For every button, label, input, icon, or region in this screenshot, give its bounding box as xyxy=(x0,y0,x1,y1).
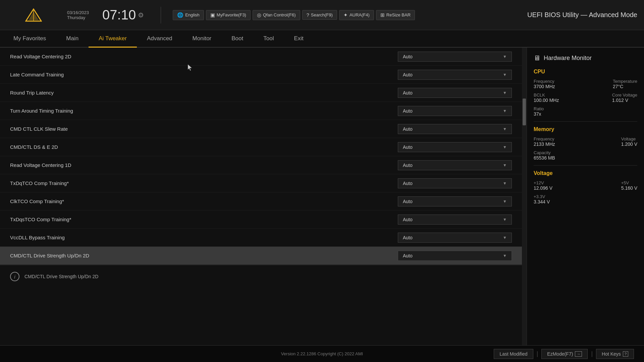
setting-name-read-voltage-centering-2d: Read Voltage Centering 2D xyxy=(10,54,71,59)
bclk-label: BCLK xyxy=(534,93,559,98)
ez-mode-icon: → xyxy=(575,351,582,357)
scrollbar-thumb[interactable] xyxy=(523,99,526,125)
setting-name-cmd-ctl-clk-slew-rate: CMD CTL CLK Slew Rate xyxy=(10,126,68,132)
setting-name-vccdll-bypass-training: VccDLL Bypass Training xyxy=(10,235,65,240)
setting-row-turn-around-timing-training[interactable]: Turn Around Timing Training Auto ▼ xyxy=(0,102,522,120)
cpu-section-title: CPU xyxy=(534,69,637,75)
v33-label: +3.3V xyxy=(534,194,550,199)
top-toolbar: 🌐 English ▣ MyFavorite(F3) ◎ Qfan Contro… xyxy=(173,10,415,20)
language-button[interactable]: 🌐 English xyxy=(173,10,204,20)
navigation: My Favorites Main Ai Tweaker Advanced Mo… xyxy=(0,30,644,48)
info-icon: i xyxy=(10,272,19,281)
v12-label: +12V xyxy=(534,180,552,185)
mem-voltage-label: Voltage xyxy=(621,136,637,141)
fan-icon: ◎ xyxy=(257,12,261,18)
language-icon: 🌐 xyxy=(177,12,183,18)
cpu-temperature-value: 27°C xyxy=(613,84,637,89)
dropdown-value-cmd-ctl-clk-slew-rate: Auto xyxy=(403,126,413,132)
scrollbar[interactable] xyxy=(522,48,527,345)
dropdown-value-txdqtco-comp-training: Auto xyxy=(403,181,413,186)
setting-row-cmd-ctl-ds-e-2d[interactable]: CMD/CTL DS & E 2D Auto ▼ xyxy=(0,138,522,156)
nav-boot[interactable]: Boot xyxy=(221,30,253,48)
setting-name-cmd-ctl-drive-strength-2d: CMD/CTL Drive Strength Up/Dn 2D xyxy=(10,253,89,258)
dropdown-arrow-cmd-ctl-clk-slew-rate: ▼ xyxy=(503,127,507,131)
setting-row-txdqtco-comp-training[interactable]: TxDqTCO Comp Training* Auto ▼ xyxy=(0,174,522,192)
nav-ai-tweaker[interactable]: Ai Tweaker xyxy=(89,30,137,48)
nav-monitor[interactable]: Monitor xyxy=(182,30,222,48)
setting-dropdown-read-voltage-centering-1d[interactable]: Auto ▼ xyxy=(398,160,512,170)
setting-dropdown-read-voltage-centering-2d[interactable]: Auto ▼ xyxy=(398,52,512,62)
aura-icon: ✦ xyxy=(343,12,348,18)
hot-keys-label: Hot Keys xyxy=(602,351,621,357)
nav-tool[interactable]: Tool xyxy=(253,30,284,48)
setting-dropdown-txdqtco-comp-training[interactable]: Auto ▼ xyxy=(398,178,512,188)
aura-button[interactable]: ✦ AURA(F4) xyxy=(339,10,374,20)
ez-mode-label: EzMode(F7) xyxy=(547,351,573,357)
dropdown-value-late-command-training: Auto xyxy=(403,72,413,77)
hardware-monitor-label: Hardware Monitor xyxy=(544,55,592,62)
setting-name-txdqstco-comp-training: TxDqsTCO Comp Training* xyxy=(10,217,71,222)
setting-dropdown-cmd-ctl-ds-e-2d[interactable]: Auto ▼ xyxy=(398,142,512,152)
header: 03/16/2023 Thursday 07:10 ⚙ 🌐 English ▣ … xyxy=(0,0,644,30)
setting-row-cmd-ctl-drive-strength-2d[interactable]: CMD/CTL Drive Strength Up/Dn 2D Auto ▼ xyxy=(0,247,522,265)
setting-dropdown-clktco-comp-training[interactable]: Auto ▼ xyxy=(398,196,512,206)
setting-dropdown-turn-around-timing-training[interactable]: Auto ▼ xyxy=(398,106,512,116)
setting-row-round-trip-latency[interactable]: Round Trip Latency Auto ▼ xyxy=(0,84,522,102)
setting-row-read-voltage-centering-1d[interactable]: Read Voltage Centering 1D Auto ▼ xyxy=(0,156,522,174)
resizebar-button[interactable]: ⊞ ReSize BAR xyxy=(376,10,415,20)
logo-area xyxy=(7,8,60,22)
setting-dropdown-round-trip-latency[interactable]: Auto ▼ xyxy=(398,88,512,98)
ez-mode-button[interactable]: EzMode(F7) → xyxy=(541,349,588,359)
hardware-monitor-title: 🖥 Hardware Monitor xyxy=(534,54,637,62)
setting-name-txdqtco-comp-training: TxDqTCO Comp Training* xyxy=(10,180,69,186)
resizebar-label: ReSize BAR xyxy=(386,12,411,17)
cpu-bclk-row: BCLK 100.00 MHz Core Voltage 1.012 V xyxy=(534,93,637,103)
aura-label: AURA(F4) xyxy=(350,12,370,17)
setting-row-late-command-training[interactable]: Late Command Training Auto ▼ xyxy=(0,66,522,84)
setting-row-clktco-comp-training[interactable]: ClkTCO Comp Training* Auto ▼ xyxy=(0,192,522,210)
capacity-label: Capacity xyxy=(534,150,555,155)
setting-row-cmd-ctl-clk-slew-rate[interactable]: CMD CTL CLK Slew Rate Auto ▼ xyxy=(0,120,522,138)
dropdown-arrow-txdqtco-comp-training: ▼ xyxy=(503,181,507,186)
setting-row-read-voltage-centering-2d[interactable]: Read Voltage Centering 2D Auto ▼ xyxy=(0,48,522,66)
dropdown-arrow-txdqstco-comp-training: ▼ xyxy=(503,217,507,222)
setting-row-vccdll-bypass-training[interactable]: VccDLL Bypass Training Auto ▼ xyxy=(0,229,522,247)
dropdown-arrow-turn-around-timing-training: ▼ xyxy=(503,109,507,113)
dropdown-value-cmd-ctl-ds-e-2d: Auto xyxy=(403,144,413,150)
dropdown-arrow-read-voltage-centering-2d: ▼ xyxy=(503,54,507,59)
v33-value: 3.344 V xyxy=(534,199,550,204)
setting-dropdown-txdqstco-comp-training[interactable]: Auto ▼ xyxy=(398,215,512,225)
dropdown-arrow-clktco-comp-training: ▼ xyxy=(503,199,507,204)
setting-dropdown-vccdll-bypass-training[interactable]: Auto ▼ xyxy=(398,233,512,243)
search-button[interactable]: ? Search(F9) xyxy=(302,10,337,20)
nav-my-favorites[interactable]: My Favorites xyxy=(3,30,56,48)
setting-row-txdqstco-comp-training[interactable]: TxDqsTCO Comp Training* Auto ▼ xyxy=(0,210,522,229)
day-display: Thursday xyxy=(67,15,89,20)
cpu-temperature-label: Temperature xyxy=(613,79,637,84)
mem-frequency-label: Frequency xyxy=(534,136,555,141)
setting-dropdown-cmd-ctl-drive-strength-2d[interactable]: Auto ▼ xyxy=(398,251,512,261)
setting-name-turn-around-timing-training: Turn Around Timing Training xyxy=(10,108,73,114)
hot-keys-icon: ? xyxy=(623,351,628,357)
setting-dropdown-cmd-ctl-clk-slew-rate[interactable]: Auto ▼ xyxy=(398,124,512,134)
myfavorite-button[interactable]: ▣ MyFavorite(F3) xyxy=(206,10,251,20)
version-text: Version 2.22.1286 Copyright (C) 2022 AMI xyxy=(281,351,363,356)
voltage-33-row: +3.3V 3.344 V xyxy=(534,194,637,204)
last-modified-button[interactable]: Last Modified xyxy=(494,349,533,359)
qfan-button[interactable]: ◎ Qfan Control(F6) xyxy=(253,10,300,20)
setting-name-clktco-comp-training: ClkTCO Comp Training* xyxy=(10,198,64,204)
monitor-icon: 🖥 xyxy=(534,54,540,62)
star-icon: ▣ xyxy=(210,12,215,18)
app-title: UEFI BIOS Utility — Advanced Mode xyxy=(527,11,637,19)
setting-dropdown-late-command-training[interactable]: Auto ▼ xyxy=(398,70,512,80)
cpu-ratio-row: Ratio 37x xyxy=(534,106,637,117)
settings-icon[interactable]: ⚙ xyxy=(138,11,144,19)
nav-advanced[interactable]: Advanced xyxy=(137,30,182,48)
ratio-value: 37x xyxy=(534,111,544,117)
v5-label: +5V xyxy=(621,180,637,185)
nav-exit[interactable]: Exit xyxy=(284,30,313,48)
hot-keys-button[interactable]: Hot Keys ? xyxy=(596,349,634,359)
dropdown-arrow-round-trip-latency: ▼ xyxy=(503,90,507,95)
voltage-section-title: Voltage xyxy=(534,170,637,176)
nav-main[interactable]: Main xyxy=(56,30,89,48)
